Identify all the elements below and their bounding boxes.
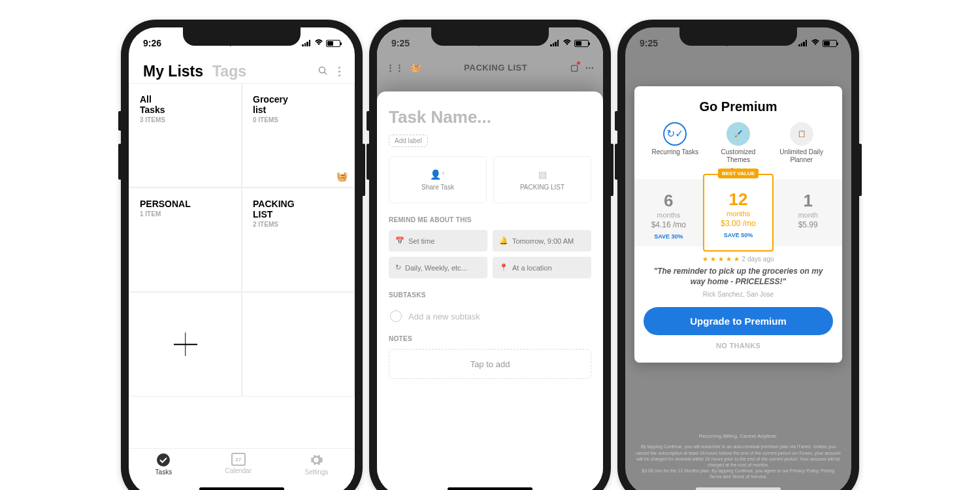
fine-print: Recurring Billing. Cancel Anytime. By ta… xyxy=(636,433,841,480)
share-icon: 👤⁺ xyxy=(430,169,446,180)
battery-icon xyxy=(326,40,340,47)
list-icon: ▤ xyxy=(538,169,547,180)
review-quote: "The reminder to pick up the groceries o… xyxy=(644,267,833,287)
best-value-badge: BEST VALUE xyxy=(718,169,759,178)
basket-icon[interactable]: 🧺 xyxy=(410,63,421,73)
signal-icon xyxy=(798,40,808,46)
tabbar-tasks[interactable]: Tasks xyxy=(155,453,172,476)
list-packing[interactable]: PACKING LIST 2 ITEMS xyxy=(242,188,355,292)
status-time: 9:25 xyxy=(640,38,658,48)
calendar-icon: 📅 xyxy=(395,237,404,245)
themes-icon: 🖌️ xyxy=(727,122,750,146)
calendar-icon: 27 xyxy=(231,453,246,466)
check-circle-icon xyxy=(156,453,171,467)
phone-frame-2: 9:25 ↗ ⋮⋮ 🧺 PACKING LIST ▢ ⋯ Task Name..… xyxy=(369,20,611,490)
planner-icon: 📋 xyxy=(790,122,813,146)
add-label-button[interactable]: Add label xyxy=(389,135,428,147)
feature-recurring: ↻✓ Recurring Tasks xyxy=(649,122,701,164)
list-subtitle: 1 ITEM xyxy=(140,210,231,218)
status-time: 9:25 xyxy=(391,38,410,48)
search-icon[interactable] xyxy=(318,65,328,78)
svg-point-0 xyxy=(319,67,325,73)
repeat-icon: ↻ xyxy=(395,263,401,272)
tabbar-settings[interactable]: Settings xyxy=(304,453,328,476)
no-thanks-button[interactable]: NO THANKS xyxy=(644,342,833,350)
battery-icon xyxy=(823,40,837,47)
review-author: Rick Sanchez, San Jose xyxy=(644,291,833,298)
basket-icon: 🧺 xyxy=(336,171,348,182)
list-title: Grocery list xyxy=(253,94,299,115)
notes-section-header: NOTES xyxy=(389,335,591,342)
wifi-icon xyxy=(314,39,323,48)
phone-frame-3: 9:25 ↗ Go Premium ↻✓ Recurring Tasks 🖌️ … xyxy=(617,20,859,490)
menu-grid-icon[interactable]: ⋮⋮ xyxy=(386,63,404,73)
add-list-button[interactable] xyxy=(129,292,242,397)
list-title: PACKING LIST xyxy=(253,199,305,220)
location-chip[interactable]: 📍At a location xyxy=(493,257,591,278)
more-icon[interactable] xyxy=(338,67,340,76)
list-title: All Tasks xyxy=(140,94,179,115)
tomorrow-chip[interactable]: 🔔Tomorrow, 9:00 AM xyxy=(493,230,591,252)
list-all-tasks[interactable]: All Tasks 3 ITEMS xyxy=(129,83,242,188)
list-subtitle: 3 ITEMS xyxy=(140,116,231,123)
upgrade-button[interactable]: Upgrade to Premium xyxy=(644,307,833,335)
add-subtask-input[interactable]: Add a new subtask xyxy=(389,305,591,335)
list-title: PERSONAL xyxy=(140,199,231,209)
task-sheet: Task Name... Add label 👤⁺ Share Task ▤ P… xyxy=(377,91,603,490)
phone-frame-1: 9:26 ↗ My Lists Tags All Tasks 3 ITEMS xyxy=(121,20,363,490)
premium-card: Go Premium ↻✓ Recurring Tasks 🖌️ Customi… xyxy=(634,86,842,363)
status-time: 9:26 xyxy=(143,38,161,48)
remind-section-header: REMIND ME ABOUT THIS xyxy=(389,216,591,223)
battery-icon xyxy=(574,40,589,47)
location-icon: 📍 xyxy=(499,263,508,272)
feature-themes: 🖌️ Customized Themes xyxy=(712,122,764,164)
svg-point-2 xyxy=(157,453,170,466)
list-grocery[interactable]: Grocery list 0 ITEMS 🧺 xyxy=(242,83,355,188)
tab-tags[interactable]: Tags xyxy=(212,63,246,80)
tabbar-calendar[interactable]: 27 Calendar xyxy=(225,453,252,474)
plus-icon xyxy=(174,333,197,356)
header-title: PACKING LIST xyxy=(428,63,564,73)
home-indicator[interactable] xyxy=(448,487,532,490)
plan-12-months[interactable]: BEST VALUE 12 months $3.00 /mo SAVE 50% xyxy=(703,174,774,252)
list-selector-button[interactable]: ▤ PACKING LIST xyxy=(493,156,591,203)
list-subtitle: 2 ITEMS xyxy=(253,221,344,228)
wifi-icon xyxy=(811,39,820,48)
notes-input[interactable]: Tap to add xyxy=(389,349,591,379)
checkbox-empty-icon xyxy=(390,310,402,322)
bell-icon: 🔔 xyxy=(499,237,508,245)
home-indicator[interactable] xyxy=(199,487,284,490)
task-name-input[interactable]: Task Name... xyxy=(389,107,591,127)
review-rating: ★ ★ ★ ★ ★2 days ago xyxy=(644,255,833,263)
premium-title: Go Premium xyxy=(644,99,833,114)
recurring-icon: ↻✓ xyxy=(663,122,687,146)
empty-cell xyxy=(242,292,355,397)
gear-icon xyxy=(309,453,323,467)
repeat-chip[interactable]: ↻Daily, Weekly, etc... xyxy=(389,257,487,278)
plan-1-month[interactable]: 1 month $5.99 xyxy=(774,179,842,246)
svg-line-1 xyxy=(325,73,327,75)
share-task-button[interactable]: 👤⁺ Share Task xyxy=(389,156,487,203)
plan-6-months[interactable]: 6 months $4.16 /mo SAVE 30% xyxy=(634,179,703,246)
home-indicator[interactable] xyxy=(696,487,781,490)
feature-planner: 📋 Unlimited Daily Planner xyxy=(776,122,828,164)
chat-icon[interactable]: ⋯ xyxy=(585,63,595,73)
notification-icon[interactable]: ▢ xyxy=(570,63,579,73)
list-subtitle: 0 ITEMS xyxy=(253,116,344,123)
set-time-chip[interactable]: 📅Set time xyxy=(389,230,487,252)
wifi-icon xyxy=(563,39,572,48)
list-personal[interactable]: PERSONAL 1 ITEM xyxy=(129,188,242,292)
subtasks-section-header: SUBTASKS xyxy=(389,291,591,299)
tab-my-lists[interactable]: My Lists xyxy=(143,63,203,80)
signal-icon xyxy=(550,40,560,46)
signal-icon xyxy=(302,40,312,46)
